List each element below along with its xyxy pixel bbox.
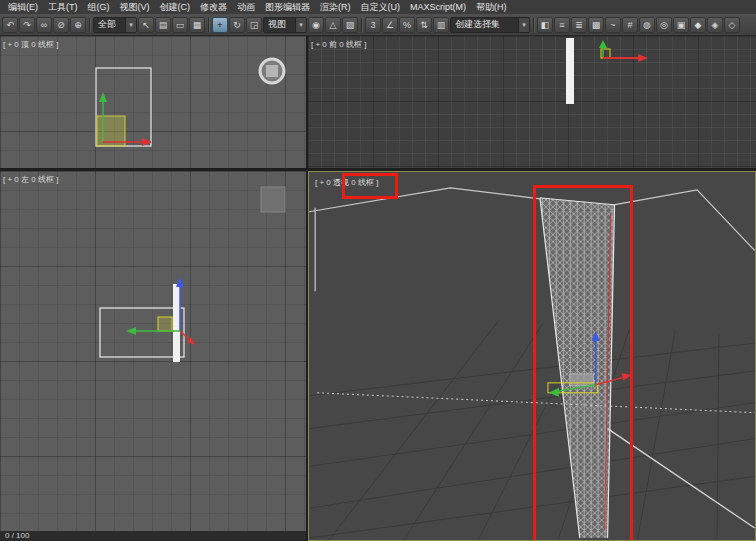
- menu-group[interactable]: 组(G): [83, 0, 115, 14]
- rendered-frame-icon[interactable]: ▣: [673, 17, 689, 33]
- viewport-perspective-scene: [309, 172, 755, 540]
- menu-rendering[interactable]: 渲染(R): [315, 0, 356, 14]
- rectangle-shape[interactable]: [100, 308, 184, 357]
- room-wireframe[interactable]: [309, 188, 755, 528]
- menu-create[interactable]: 创建(C): [155, 0, 196, 14]
- gizmo-y-arrow-icon: [126, 327, 136, 335]
- schematic-view-icon[interactable]: #: [622, 17, 638, 33]
- viewport-area: [ + 0 顶 0 线框 ] [ + 0 前 0 线框 ]: [0, 36, 756, 541]
- curve-editor-icon[interactable]: ~: [605, 17, 621, 33]
- rectangular-selection-region-icon[interactable]: ▭: [172, 17, 188, 33]
- gizmo-z-arrow-icon: [176, 277, 184, 287]
- ghost-box-object[interactable]: [261, 187, 285, 212]
- annotation-box-cylinder: [533, 185, 633, 541]
- toolbar-separator: [533, 18, 534, 32]
- toolbar-separator: [89, 18, 90, 32]
- move-gizmo[interactable]: [126, 277, 195, 345]
- chevron-down-icon: ▾: [518, 18, 529, 32]
- circle-gizmo[interactable]: [260, 59, 284, 83]
- chevron-down-icon: ▾: [295, 18, 306, 32]
- shape-library-icon[interactable]: ◈: [707, 17, 723, 33]
- select-and-move-icon[interactable]: +: [212, 17, 228, 33]
- named-selection-set-value: 创建选择集: [455, 18, 516, 31]
- viewport-left-label[interactable]: [ + 0 左 0 线框 ]: [3, 174, 58, 185]
- viewport-top[interactable]: [ + 0 顶 0 线框 ]: [0, 36, 306, 168]
- menu-edit[interactable]: 编辑(E): [3, 0, 43, 14]
- menu-tools[interactable]: 工具(T): [43, 0, 83, 14]
- named-selection-set-dropdown[interactable]: 创建选择集 ▾: [450, 17, 530, 33]
- track-bar[interactable]: 0 / 100: [0, 531, 306, 541]
- viewport-left-scene: [0, 171, 306, 531]
- wall-object[interactable]: [566, 38, 574, 104]
- viewport-front-scene: [308, 36, 756, 168]
- window-crossing-icon[interactable]: ▦: [189, 17, 205, 33]
- align-icon[interactable]: ≡: [554, 17, 570, 33]
- menu-graph-editors[interactable]: 图形编辑器: [260, 0, 315, 14]
- select-by-name-icon[interactable]: ▤: [155, 17, 171, 33]
- percent-snap-icon[interactable]: %: [399, 17, 415, 33]
- reference-coordinate-value: 视图: [268, 18, 293, 31]
- gizmo-plane-handle[interactable]: [158, 317, 172, 331]
- viewport-front[interactable]: [ + 0 前 0 线框 ]: [308, 36, 756, 168]
- menu-help[interactable]: 帮助(H): [471, 0, 512, 14]
- use-pivot-point-center-icon[interactable]: ◉: [308, 17, 324, 33]
- snaps-toggle-icon[interactable]: 3: [365, 17, 381, 33]
- viewport-perspective[interactable]: [ + 0 透视 0 线框 ]: [308, 171, 756, 541]
- render-setup-icon[interactable]: ◎: [656, 17, 672, 33]
- menu-customize[interactable]: 自定义(U): [356, 0, 406, 14]
- viewport-top-scene: [0, 36, 306, 168]
- viewport-left[interactable]: [ + 0 左 0 线框 ]: [0, 171, 306, 531]
- menubar: 编辑(E) 工具(T) 组(G) 视图(V) 创建(C) 修改器 动画 图形编辑…: [0, 0, 756, 14]
- undo-icon[interactable]: ↶: [2, 17, 18, 33]
- gizmo-y-arrow-icon: [599, 40, 607, 48]
- bind-to-space-warp-icon[interactable]: ⊕: [70, 17, 86, 33]
- select-and-rotate-icon[interactable]: ↻: [229, 17, 245, 33]
- circle-gizmo-core: [266, 65, 278, 77]
- redo-icon[interactable]: ↷: [19, 17, 35, 33]
- select-object-icon[interactable]: ↖: [138, 17, 154, 33]
- chevron-down-icon: ▾: [125, 18, 136, 32]
- select-and-manipulate-icon[interactable]: △: [325, 17, 341, 33]
- edit-named-selection-sets-icon[interactable]: ▥: [433, 17, 449, 33]
- toolbar-separator: [361, 18, 362, 32]
- viewport-front-label[interactable]: [ + 0 前 0 线框 ]: [311, 39, 366, 50]
- layer-manager-icon[interactable]: ≣: [571, 17, 587, 33]
- render-production-icon[interactable]: ◆: [690, 17, 706, 33]
- move-gizmo[interactable]: [599, 40, 648, 62]
- spinner-snap-icon[interactable]: ⇅: [416, 17, 432, 33]
- selection-filter-dropdown[interactable]: 全部 ▾: [93, 17, 137, 33]
- wall-object[interactable]: [173, 284, 180, 362]
- selection-filter-value: 全部: [98, 18, 123, 31]
- frame-indicator: 0 / 100: [5, 531, 29, 540]
- annotation-box-viewport-label: [342, 173, 398, 199]
- gizmo-x-arrow-icon: [638, 54, 648, 62]
- graphite-ribbon-icon[interactable]: ▩: [588, 17, 604, 33]
- reference-coordinate-dropdown[interactable]: 视图 ▾: [263, 17, 307, 33]
- toolbar-separator: [208, 18, 209, 32]
- menu-modifiers[interactable]: 修改器: [195, 0, 232, 14]
- select-and-scale-icon[interactable]: ◲: [246, 17, 262, 33]
- menu-animation[interactable]: 动画: [232, 0, 260, 14]
- gizmo-y-arrow-icon: [99, 92, 107, 102]
- geometry-icon[interactable]: ◇: [724, 17, 740, 33]
- perspective-grid: [309, 321, 755, 540]
- select-and-link-icon[interactable]: ∞: [36, 17, 52, 33]
- menu-maxscript[interactable]: MAXScript(M): [405, 0, 471, 14]
- material-editor-icon[interactable]: ◍: [639, 17, 655, 33]
- angle-snap-icon[interactable]: ∠: [382, 17, 398, 33]
- keyboard-shortcut-override-icon[interactable]: ▧: [342, 17, 358, 33]
- main-toolbar: ↶ ↷ ∞ ⊘ ⊕ 全部 ▾ ↖ ▤ ▭ ▦ + ↻ ◲ 视图 ▾ ◉ △ ▧: [0, 14, 756, 36]
- unlink-selection-icon[interactable]: ⊘: [53, 17, 69, 33]
- menu-views[interactable]: 视图(V): [115, 0, 155, 14]
- mirror-icon[interactable]: ◧: [537, 17, 553, 33]
- viewport-top-label[interactable]: [ + 0 顶 0 线框 ]: [3, 39, 58, 50]
